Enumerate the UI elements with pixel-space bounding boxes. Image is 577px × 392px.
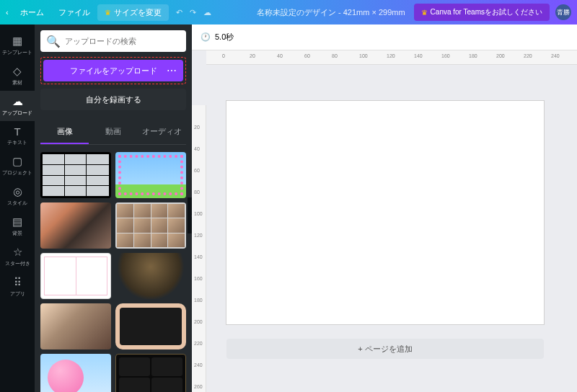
crown-icon: ♛	[421, 9, 428, 17]
more-icon[interactable]: ⋯	[167, 65, 177, 76]
sidebar-text[interactable]: Tテキスト	[0, 121, 35, 151]
nav-file[interactable]: ファイル	[51, 7, 97, 18]
canvas-area: 🕐 5.0秒 0 20 40 60 80 100 120 140 160 180…	[192, 24, 577, 392]
upload-thumb[interactable]	[40, 303, 111, 349]
apps-icon: ⠿	[14, 276, 22, 289]
upload-thumb[interactable]	[115, 202, 186, 249]
ruler-horizontal: 0 20 40 60 80 100 120 140 160 180 200 22…	[206, 50, 577, 65]
upload-thumb[interactable]	[40, 202, 111, 249]
upload-thumb[interactable]	[115, 354, 186, 392]
canvas-viewport[interactable]: 20 40 60 80 100 120 140 160 180 200 220 …	[192, 65, 577, 392]
undo-icon[interactable]: ↶	[176, 8, 182, 17]
search-input[interactable]	[65, 37, 180, 45]
tab-audio[interactable]: オーディオ	[138, 120, 186, 144]
search-icon: 🔍	[46, 35, 61, 48]
uploads-grid	[40, 152, 186, 392]
cloud-icon[interactable]: ☁	[203, 8, 211, 17]
design-page[interactable]	[226, 101, 544, 324]
crown-icon: ♛	[105, 9, 111, 17]
ruler-vertical: 20 40 60 80 100 120 140 160 180 200 220 …	[192, 105, 206, 392]
upload-tabs: 画像 動画 オーディオ	[40, 120, 186, 145]
projects-icon: ▢	[12, 155, 22, 168]
canvas-toolbar: 🕐 5.0秒	[192, 24, 577, 50]
record-yourself-button[interactable]: 自分を録画する	[40, 89, 186, 110]
upload-thumb[interactable]	[40, 152, 111, 198]
sidebar-templates[interactable]: ▦テンプレート	[0, 30, 35, 61]
uploads-panel: 🔍 ファイルをアップロード⋯ 自分を録画する 画像 動画 オーディオ ‹	[35, 24, 192, 392]
sidebar-uploads[interactable]: ☁アップロード	[0, 91, 35, 121]
upload-file-button[interactable]: ファイルをアップロード⋯	[43, 60, 183, 81]
tab-images[interactable]: 画像	[40, 120, 89, 144]
sidebar-apps[interactable]: ⠿アプリ	[0, 272, 35, 302]
teams-cta-button[interactable]: ♛Canva for Teamsをお試しください	[414, 4, 550, 21]
upload-thumb[interactable]	[115, 253, 186, 299]
sidebar-starred[interactable]: ☆スター付き	[0, 241, 35, 272]
add-page-button[interactable]: + ページを追加	[226, 339, 544, 359]
upload-thumb[interactable]	[115, 152, 186, 198]
upload-thumb[interactable]	[40, 253, 111, 299]
resize-button[interactable]: ♛サイズを変更	[97, 4, 169, 21]
text-icon: T	[14, 125, 20, 138]
avatar[interactable]: 青勝	[555, 4, 571, 20]
sidebar-elements[interactable]: ◇素材	[0, 61, 35, 91]
templates-icon: ▦	[12, 35, 22, 48]
styles-icon: ◎	[13, 185, 22, 198]
nav-home[interactable]: ホーム	[13, 7, 51, 18]
left-toolbar: ▦テンプレート ◇素材 ☁アップロード Tテキスト ▢プロジェクト ◎スタイル …	[0, 24, 35, 392]
back-icon[interactable]: ‹	[6, 8, 9, 17]
upload-thumb[interactable]	[115, 303, 186, 349]
elements-icon: ◇	[13, 65, 22, 78]
design-title[interactable]: 名称未設定のデザイン - 421mm × 299mm	[257, 7, 405, 18]
star-icon: ☆	[13, 246, 22, 259]
tab-videos[interactable]: 動画	[89, 120, 137, 144]
search-box[interactable]: 🔍	[40, 30, 186, 52]
toolbar-icons: ↶ ↷ ☁	[176, 8, 211, 17]
sidebar-projects[interactable]: ▢プロジェクト	[0, 151, 35, 181]
upload-thumb[interactable]	[40, 354, 111, 392]
upload-highlight: ファイルをアップロード⋯	[40, 57, 186, 84]
sidebar-background[interactable]: ▤背景	[0, 211, 35, 241]
clock-icon: 🕐	[201, 32, 211, 42]
top-bar: ‹ ホーム ファイル ♛サイズを変更 ↶ ↷ ☁ 名称未設定のデザイン - 42…	[0, 0, 577, 24]
duration-label[interactable]: 5.0秒	[215, 32, 234, 43]
background-icon: ▤	[12, 215, 22, 228]
redo-icon[interactable]: ↷	[190, 8, 196, 17]
upload-icon: ☁	[12, 95, 23, 108]
sidebar-styles[interactable]: ◎スタイル	[0, 181, 35, 211]
